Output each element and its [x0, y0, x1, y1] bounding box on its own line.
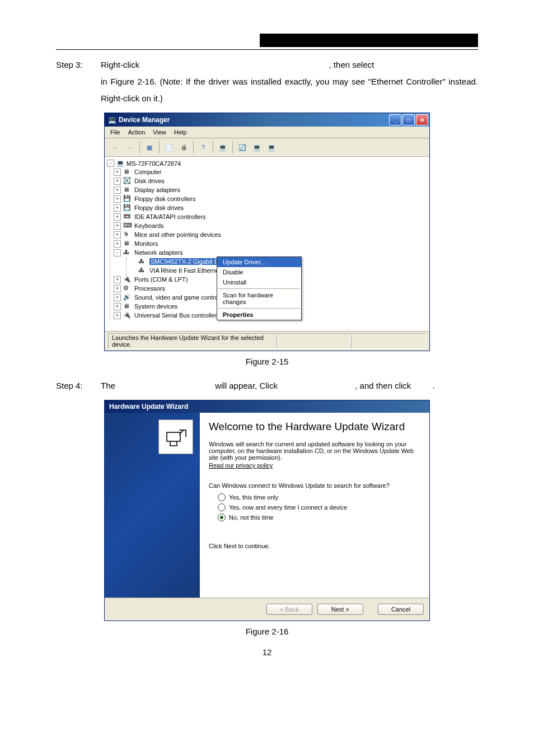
ide-icon: 📼 — [123, 213, 132, 221]
wiz-side-panel — [105, 413, 200, 598]
properties-icon[interactable]: 📄 — [162, 141, 176, 154]
expand-icon[interactable]: + — [114, 240, 121, 248]
network-icon: 🖧 — [123, 249, 132, 256]
menu-file[interactable]: File — [110, 129, 120, 136]
step3-a: Right-click — [101, 60, 139, 69]
menu-action[interactable]: Action — [128, 129, 146, 136]
node-via[interactable]: VIA Rhine II Fast Ethernet A — [149, 267, 226, 274]
header-rule — [56, 34, 478, 50]
figure-2-15-caption: Figure 2-15 — [56, 357, 478, 366]
disable-icon[interactable]: 💻 — [250, 141, 264, 154]
node-monitors[interactable]: Monitors — [134, 240, 158, 247]
wizard-device-icon — [158, 419, 193, 454]
node-keyboards[interactable]: Keyboards — [134, 222, 164, 229]
ctx-disable[interactable]: Disable — [217, 267, 301, 277]
context-menu: Update Driver... Disable Uninstall Scan … — [217, 256, 302, 320]
step3-label: Step 3: — [56, 57, 101, 73]
mouse-icon: 🖱 — [123, 231, 132, 239]
print-icon[interactable]: 🖨 — [177, 141, 190, 154]
expand-icon[interactable]: + — [114, 213, 121, 221]
expand-icon[interactable]: + — [114, 276, 121, 283]
expand-icon[interactable]: + — [114, 285, 121, 292]
usb-icon: 🔌 — [123, 311, 132, 319]
system-icon: 🖥 — [123, 302, 132, 310]
update-icon[interactable]: 🔄 — [236, 141, 249, 154]
step4-text: Step 4: The will appear, Click , and the… — [56, 377, 478, 394]
expand-icon[interactable]: + — [114, 178, 121, 185]
collapse-icon[interactable]: - — [107, 160, 114, 167]
expand-icon[interactable]: + — [114, 294, 121, 301]
radio-unchecked-icon[interactable] — [218, 503, 226, 511]
uninstall-icon[interactable]: 💻 — [265, 141, 278, 154]
node-ide[interactable]: IDE ATA/ATAPI controllers — [134, 213, 206, 220]
wiz-continue: Click Next to continue. — [209, 543, 420, 549]
ctx-uninstall[interactable]: Uninstall — [217, 277, 301, 287]
maximize-button[interactable]: □ — [402, 114, 415, 125]
node-display[interactable]: Display adapters — [134, 186, 180, 193]
node-sound[interactable]: Sound, video and game controlle — [134, 294, 224, 301]
node-usb[interactable]: Universal Serial Bus controllers — [134, 312, 220, 319]
node-floppydrv[interactable]: Floppy disk drives — [134, 204, 184, 211]
menu-view[interactable]: View — [153, 129, 166, 136]
step4-b: will appear, Click — [215, 381, 278, 390]
dm-menubar: File Action View Help — [105, 127, 429, 138]
back-icon[interactable]: ← — [109, 141, 122, 154]
display-icon: 🖥 — [123, 186, 132, 194]
disk-icon: 💽 — [123, 177, 132, 185]
wiz-privacy-link[interactable]: Read our privacy policy — [209, 462, 420, 469]
dm-tree: -💻MS-72F70CA72874 +🖥Computer +💽Disk driv… — [105, 157, 429, 331]
dm-title: Device Manager — [119, 116, 170, 124]
floppy-icon: 💾 — [123, 195, 132, 203]
expand-icon[interactable]: + — [114, 231, 121, 239]
ctx-properties[interactable]: Properties — [217, 310, 301, 320]
expand-icon[interactable]: + — [114, 204, 121, 212]
expand-icon[interactable]: + — [114, 222, 121, 230]
node-ports[interactable]: Ports (COM & LPT) — [134, 276, 188, 283]
root-node[interactable]: MS-72F70CA72874 — [127, 160, 181, 167]
forward-icon[interactable]: → — [123, 141, 137, 154]
floppy-icon: 💾 — [123, 204, 132, 212]
collapse-icon[interactable]: - — [114, 249, 121, 256]
ctx-update-driver[interactable]: Update Driver... — [217, 257, 301, 267]
node-computer[interactable]: Computer — [134, 169, 161, 175]
wiz-question: Can Windows connect to Windows Update to… — [209, 482, 420, 489]
node-disk[interactable]: Disk drives — [134, 178, 165, 184]
figure-2-16-caption: Figure 2-16 — [56, 627, 478, 636]
expand-icon[interactable]: + — [114, 186, 121, 194]
minimize-button[interactable]: _ — [389, 114, 401, 125]
expand-icon[interactable]: + — [114, 303, 121, 310]
node-mice[interactable]: Mice and other pointing devices — [134, 231, 221, 238]
expand-icon[interactable]: + — [114, 169, 121, 176]
opt-no[interactable]: No, not this time — [229, 514, 273, 521]
back-button: < Back — [266, 604, 312, 615]
next-button[interactable]: Next > — [317, 604, 363, 615]
radio-checked-icon[interactable] — [218, 514, 226, 521]
tree-icon[interactable]: ▦ — [143, 141, 156, 154]
radio-unchecked-icon[interactable] — [218, 493, 226, 501]
node-floppyctrl[interactable]: Floppy disk controllers — [134, 195, 195, 202]
opt-yes-always[interactable]: Yes, now and every time I connect a devi… — [229, 504, 347, 511]
help-icon[interactable]: ? — [196, 141, 210, 154]
ctx-scan[interactable]: Scan for hardware changes — [217, 290, 301, 307]
page-number: 12 — [56, 647, 478, 657]
node-processors[interactable]: Processors — [134, 285, 165, 292]
node-network[interactable]: Network adapters — [134, 249, 182, 256]
node-system[interactable]: System devices — [134, 303, 177, 310]
step4-d: . — [433, 381, 435, 390]
wiz-main-panel: Welcome to the Hardware Update Wizard Wi… — [200, 413, 429, 598]
expand-icon[interactable]: + — [114, 195, 121, 203]
monitor-icon: 🖥 — [123, 240, 132, 248]
opt-yes-once[interactable]: Yes, this time only — [229, 494, 278, 501]
close-button[interactable]: ✕ — [416, 114, 428, 125]
dm-statusbar: Launches the Hardware Update Wizard for … — [105, 331, 429, 351]
computer-icon: 🖥 — [123, 168, 132, 176]
device-manager-window: 💻 Device Manager _ □ ✕ File Action View … — [104, 113, 430, 351]
cancel-button[interactable]: Cancel — [378, 604, 424, 615]
scan-icon[interactable]: 💻 — [216, 141, 229, 154]
wiz-heading: Welcome to the Hardware Update Wizard — [209, 421, 420, 433]
menu-help[interactable]: Help — [174, 129, 187, 136]
wiz-paragraph: Windows will search for current and upda… — [209, 441, 420, 461]
ctx-separator — [218, 288, 300, 289]
expand-icon[interactable]: + — [114, 312, 121, 319]
step3-b: , then select — [329, 60, 374, 69]
